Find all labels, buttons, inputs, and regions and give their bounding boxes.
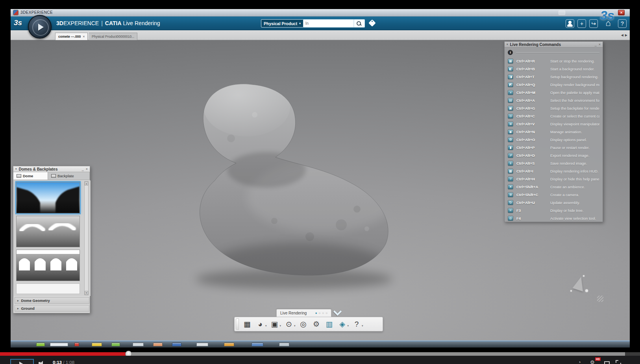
dome-thumbnail-canyon[interactable] [16,182,80,213]
pager-dot[interactable]: ○ [322,312,324,315]
dropdown-caret-icon[interactable]: ▾ [280,324,281,327]
tab-close-icon[interactable]: × [83,35,85,39]
video-seekbar[interactable] [0,352,640,356]
search-input[interactable] [303,19,354,28]
taskbar-window-chip[interactable] [92,343,102,346]
command-shortcut: F4 [516,216,550,221]
toolbar-button[interactable]: ◈ ▾ [337,319,350,329]
pager-dot[interactable]: ● [315,312,317,315]
taskbar-window-chip[interactable] [111,343,120,346]
robot-manipulator-icon[interactable] [567,274,591,295]
window-close-button[interactable]: ✕ [618,10,625,15]
taskbar-window-chip[interactable] [50,343,68,346]
command-shortcut: Ctrl+Alt+M [516,90,550,95]
toolbar-button[interactable]: ⚙ [311,319,323,329]
pager-dot[interactable]: ○ [318,312,320,315]
taskbar-window-chip[interactable] [133,343,144,346]
tab-backplate[interactable]: Backplate [48,172,90,180]
expand-chevron-icon[interactable] [333,307,342,317]
close-icon[interactable]: × [86,167,88,171]
taskbar-window-chip[interactable] [172,343,181,346]
pager-dot[interactable]: ○ [326,312,327,315]
taskbar-window-chip[interactable] [279,343,289,346]
minimize-icon[interactable]: _ [595,42,597,46]
scroll-down-icon[interactable]: ▼ [85,291,88,295]
start-stop-render-icon: ▦ [508,59,513,64]
search-icon [357,21,361,26]
dropdown-caret-icon[interactable]: ▾ [265,324,267,327]
collapse-icon[interactable]: ▾ [507,43,508,46]
3dexperience-compass[interactable] [28,15,52,39]
minimize-button[interactable] [559,11,565,15]
close-icon[interactable]: × [599,42,601,46]
toolbar-button[interactable]: ▥ [324,319,336,329]
taskbar-window-chip[interactable] [74,343,79,346]
taskbar-window-chip[interactable] [252,343,263,346]
toolbar-button[interactable]: ? ▾ [351,319,364,329]
ds-watermark-logo: 3s [600,8,614,23]
tab-label: Backplate [57,174,74,178]
top-bar: 3s 3DEXPERIENCE|CATIA Live Rendering Phy… [11,17,630,30]
toolbar-button[interactable]: ◎ [298,319,310,329]
collapse-icon[interactable]: ▾ [15,167,17,171]
play-button[interactable] [10,359,34,364]
dropdown-caret-icon[interactable]: ▾ [294,324,296,327]
toolbar-drag-handle[interactable] [236,318,239,330]
panel-resize-grip[interactable] [597,296,603,302]
command-description: Save rendered image. [550,161,587,165]
search-scope-dropdown[interactable]: Physical Product ▾ [261,19,303,28]
panel-title: Domes & Backplates [19,167,80,171]
toolbar-button[interactable]: ▣ ▾ [269,319,283,329]
3d-viewport[interactable]: ▾ Domes & Backplates _ × Dome Backplate [11,40,630,340]
taskbar-window-chip[interactable] [153,343,163,346]
share-button[interactable]: ↪ [589,19,598,28]
dome-thumbnail-partial[interactable] [16,283,80,294]
ds-logo: 3s [14,18,22,27]
compass-play-icon [38,24,44,31]
command-shortcut: Ctrl+Alt+R [516,59,550,63]
taskbar-window-chip[interactable] [224,343,234,346]
taskbar-window-chip[interactable] [196,343,208,346]
seekbar-loaded [128,352,625,356]
dropdown-caret-icon[interactable]: ▾ [348,324,349,327]
panel-titlebar[interactable]: ▾ Domes & Backplates _ × [13,166,90,172]
dropdown-caret-icon[interactable]: ▾ [362,324,363,327]
command-shortcut: Ctrl+Shift+A [516,185,550,189]
tab-dome[interactable]: Dome [13,172,48,180]
dome-thumbnail-arcs[interactable] [16,216,80,247]
action-bar-tab[interactable]: Live Rendering ● ○ ○ ○ [276,309,331,317]
settings-gear-icon[interactable]: ⚙ [590,360,595,364]
taskbar-window-chip[interactable] [36,343,45,346]
watch-later-icon[interactable]: ◔ [578,360,581,364]
theater-mode-icon[interactable] [604,361,610,364]
app-title: 3DEXPERIENCE|CATIA Live Rendering [56,20,160,26]
fullscreen-icon[interactable] [616,360,621,364]
dome-thumbnail-arches[interactable] [16,250,80,281]
volume-icon[interactable] [39,360,46,364]
play-icon [19,362,24,364]
scroll-up-icon[interactable]: ▲ [85,182,88,186]
section-ground[interactable]: ▸ Ground [15,305,89,312]
toolbar-button[interactable]: ◕ ▾ [254,319,268,329]
add-content-button[interactable]: + [577,19,586,28]
thumbnail-scrollbar[interactable]: ▲ ▼ [84,181,89,295]
command-shortcut: Ctrl+Alt+N [516,130,550,134]
tab-scroll-right-icon[interactable]: ▶ [625,33,627,37]
panel-titlebar[interactable]: ▾ Live Rendering Commands _ × [505,42,603,48]
search-button[interactable] [354,19,365,28]
command-shortcut: Ctrl+Alt+P [516,145,550,150]
section-label: Ground [21,306,35,311]
options-panel-icon: ⚙ [508,137,513,142]
toolbar-button[interactable]: ▦ [241,319,253,329]
minimize-icon[interactable]: _ [82,167,84,171]
current-camera-icon: ⊙ [508,114,513,119]
help-button[interactable]: ? [618,19,627,28]
tab-physical-product[interactable]: Physical Product00000010... [89,33,137,40]
profile-button[interactable] [566,19,574,28]
command-list: ▦ Ctrl+Alt+R Start or stop the rendering… [505,57,603,222]
tag-button[interactable] [368,19,377,28]
tab-comete[interactable]: comete ---.000 × [55,33,88,40]
section-dome-geometry[interactable]: ▸ Dome Geometry [15,297,89,304]
tab-scroll-left-icon[interactable]: ◀ [621,33,623,37]
toolbar-button[interactable]: ⊙ ▾ [283,319,297,329]
